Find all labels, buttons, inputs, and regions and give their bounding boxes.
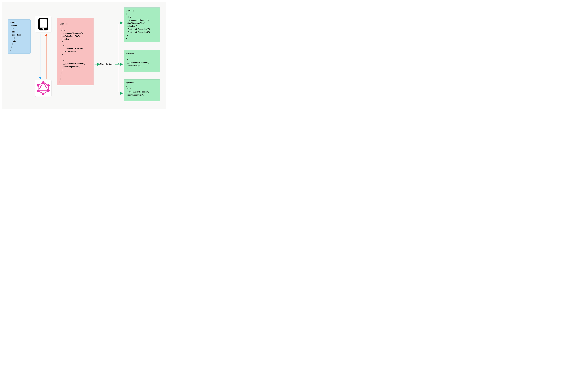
- normalization-label: Normalization: [100, 63, 113, 65]
- cache-entry-episodes-2: Episodes:2 { id: 2, __typename: “Episode…: [124, 80, 160, 101]
- cache-entry-comics-1: Comics:1 { id: 1, __typename: “Commics”,…: [124, 8, 160, 42]
- diagram-canvas: { "query_box": "query {\n comics {\n id\…: [2, 2, 166, 109]
- cache-entry-episodes-1: Episodes:1 { id: 1, __typename: “Episode…: [124, 50, 160, 72]
